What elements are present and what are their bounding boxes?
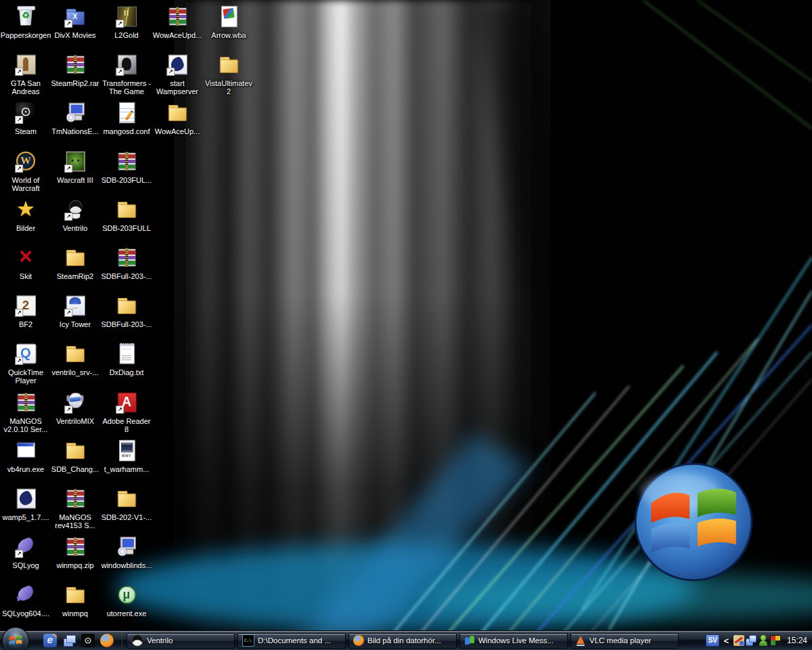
conf-icon (114, 100, 139, 125)
desktop-icon-label: Adobe Reader 8 (101, 417, 152, 433)
desktop-icon-wowaceupd[interactable]: WowAceUpd... (152, 3, 203, 39)
desktop-icon-steam[interactable]: Steam (0, 100, 51, 135)
desktop-icon-label: Arrow.wba (203, 31, 254, 39)
appwin-icon (13, 437, 38, 462)
winrar-icon (62, 485, 87, 511)
desktop-icon-arrow-wba[interactable]: Arrow.wba (203, 3, 254, 39)
desktop-icon-sdbfull-203[interactable]: SDBFull-203-... (101, 244, 152, 280)
war3-icon (62, 148, 87, 173)
color-grid-tray-icon[interactable] (770, 635, 781, 646)
desktop-icon-mangos-rev4153-s[interactable]: MaNGOS rev4153 S... (49, 485, 101, 529)
desktop-icon-utorrent-exe[interactable]: utorrent.exe (101, 582, 152, 618)
desktop-icon-windowblinds[interactable]: windowblinds... (101, 534, 152, 569)
desktop-icon-bilder[interactable]: Bilder (0, 196, 51, 232)
desktop-icon-sqlyog[interactable]: SQLyog (0, 534, 51, 569)
folder-icon (114, 196, 139, 221)
start-button[interactable] (2, 627, 29, 650)
desktop-icon-mangos-v2-0-10-ser[interactable]: MaNGOS v2.0.10 Ser... (0, 389, 51, 433)
desktop-icon-ventrilo[interactable]: Ventrilo (49, 196, 101, 232)
desktop-icon-label: WowAceUp... (152, 127, 203, 135)
desktop-icon-warcraft-iii[interactable]: Warcraft III (49, 148, 101, 184)
folderblue-icon (62, 3, 87, 28)
desktop-icon-sdbfull-203[interactable]: SDBFull-203-... (101, 292, 152, 328)
desktop-icon-label: winmpq.zip (49, 561, 101, 569)
winrar-icon (114, 148, 139, 173)
tray-expand-chevron[interactable]: < (723, 636, 729, 646)
winrar-icon (164, 3, 189, 28)
windows-flag-icon (8, 633, 23, 648)
desktop-icon-ventrilo-srv[interactable]: ventrilo_srv-... (49, 341, 101, 376)
shortcut-arrow-overlay (64, 213, 72, 221)
windowblinds-tray-icon[interactable] (734, 635, 744, 646)
transformers-icon (114, 51, 139, 77)
shortcut-arrow-overlay (15, 550, 23, 558)
desktop-icon-divx-movies[interactable]: DivX Movies (49, 3, 101, 39)
desktop-icon-start-wampserver[interactable]: start Wampserver (152, 51, 203, 95)
shortcut-arrow-overlay (64, 20, 72, 28)
desktop-icon-sdb-203ful[interactable]: SDB-203FUL... (101, 148, 152, 184)
wampdark-icon (164, 51, 189, 77)
wmv-icon (114, 437, 139, 462)
firefox-quicklaunch-icon[interactable] (100, 634, 114, 647)
internet-explorer-icon[interactable] (43, 634, 57, 647)
desktop-icon-label: start Wampserver (152, 79, 203, 95)
desktop-icon-quicktime-player[interactable]: QuickTime Player (0, 341, 51, 385)
desktop-icon-label: BF2 (0, 320, 51, 328)
desktop-icon-ventrilomix[interactable]: VentriloMIX (49, 389, 101, 425)
wampdark-icon (13, 485, 38, 511)
desktop-icon-l2gold[interactable]: L2Gold (101, 3, 152, 39)
desktop-icon-wowaceup[interactable]: WowAceUp... (152, 100, 203, 135)
desktop-icon-skit[interactable]: Skit (0, 244, 51, 280)
desktop-icon-transformers-the-game[interactable]: Transformers - The Game (101, 51, 152, 95)
desktop-icon-sdb-203full[interactable]: SDB-203FULL (101, 196, 152, 232)
messenger-status-tray-icon[interactable] (758, 635, 769, 646)
desktop-icon-label: SDB-203FULL (101, 224, 152, 232)
taskbar-button-label: Ventrilo (147, 636, 173, 645)
folder-icon (114, 485, 139, 511)
shortcut-arrow-overlay (116, 406, 124, 414)
desktop-icon-wamp5-1-7[interactable]: wamp5_1.7.... (0, 485, 51, 521)
desktop-icon-icy-tower[interactable]: Icy Tower (49, 292, 101, 328)
desktop-icon-sdb-202-v1[interactable]: SDB-202-V1-... (101, 485, 152, 521)
desktop-icon-steamrip2[interactable]: SteamRip2 (49, 244, 101, 280)
desktop-icon-label: WowAceUpd... (152, 31, 203, 39)
taskbar-button-vlc-media-player[interactable]: VLC media player (570, 633, 679, 649)
desktop-icon-gta-san-andreas[interactable]: GTA San Andreas (0, 51, 51, 95)
desktop-icon-dxdiag-txt[interactable]: DxDiag.txt (101, 341, 152, 376)
shortcut-arrow-overlay (15, 309, 23, 317)
taskbar-button-ventrilo[interactable]: Ventrilo (127, 633, 235, 649)
desktop-icon-label: wamp5_1.7.... (0, 513, 51, 521)
desktop-icon-adobe-reader-8[interactable]: Adobe Reader 8 (101, 389, 152, 433)
shortcut-arrow-overlay (64, 309, 72, 317)
desktop-icon-label: DxDiag.txt (101, 368, 152, 376)
desktop-icon-world-of-warcraft[interactable]: World of Warcraft (0, 148, 51, 192)
taskbar-button-windows-live-mess[interactable]: Windows Live Mess... (459, 633, 568, 649)
language-indicator[interactable]: SV (706, 634, 719, 647)
desktop-icon-bf2[interactable]: BF2 (0, 292, 51, 328)
desktop-icon-label: SDBFull-203-... (101, 320, 152, 328)
steam-quicklaunch-icon[interactable] (81, 634, 95, 647)
desktop-icon-winmpq[interactable]: winmpq (49, 582, 101, 618)
desktop-icon-sdb-chang[interactable]: SDB_Chang... (49, 437, 101, 473)
desktop-icon-winmpq-zip[interactable]: winmpq.zip (49, 534, 101, 569)
gta-icon (13, 51, 38, 77)
messenger-blocks-tray-icon[interactable] (746, 635, 757, 646)
desktop-icon-label: t_warhamm... (101, 465, 152, 473)
quicktime-icon (13, 341, 38, 366)
desktop-icon-sqlyog604[interactable]: SQLyog604.... (0, 582, 51, 618)
desktop-icon-label: TmNationsE... (49, 127, 101, 135)
taskbar-button-bild-p-din-datorh-r[interactable]: Bild på din datorhör... (348, 633, 457, 649)
desktop-icon-papperskorgen[interactable]: Papperskorgen (0, 3, 51, 39)
taskbar-clock[interactable]: 15:24 (787, 636, 807, 645)
shortcut-arrow-overlay (15, 165, 23, 173)
desktop-icon-tmnationse[interactable]: TmNationsE... (49, 100, 101, 135)
desktop-icon-label: SDBFull-203-... (101, 272, 152, 280)
desktop-icon-mangosd-conf[interactable]: mangosd.conf (101, 100, 152, 135)
desktop-icon-steamrip2-rar[interactable]: SteamRip2.rar (49, 51, 101, 87)
taskbar-button-d-documents-and[interactable]: D:\Documents and ... (238, 633, 346, 649)
desktop-icon-t-warhamm[interactable]: t_warhamm... (101, 437, 152, 473)
desktop-icon-label: VentriloMIX (49, 417, 101, 425)
flip3d-icon[interactable] (62, 634, 76, 647)
desktop-icon-vistaultimatev2[interactable]: VistaUltimatev2 (203, 51, 254, 95)
desktop-icon-vb4run-exe[interactable]: vb4run.exe (0, 437, 51, 473)
